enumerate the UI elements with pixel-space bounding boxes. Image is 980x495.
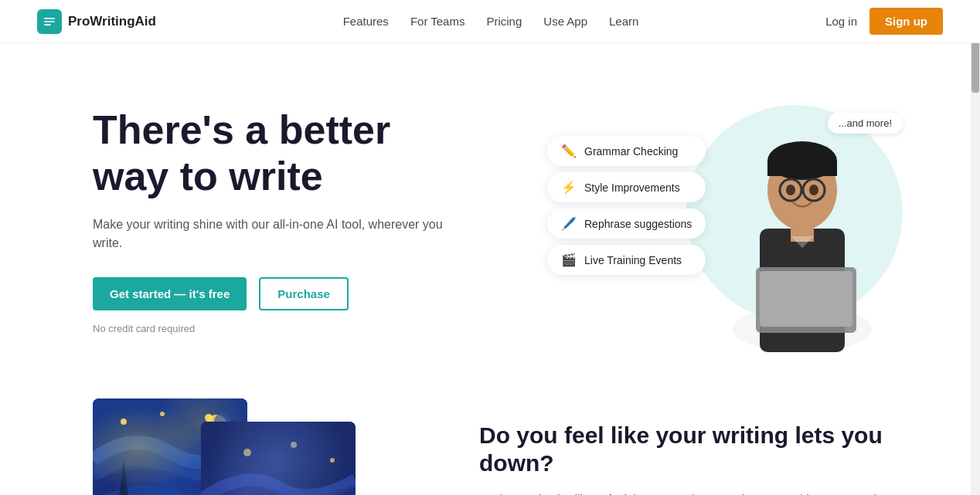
feature-card-rephrase: 🖊️ Rephrase suggestions	[547, 209, 706, 239]
svg-point-22	[243, 449, 251, 456]
artwork-stack: My idea in my head	[93, 398, 356, 495]
nav-pricing[interactable]: Pricing	[486, 15, 522, 28]
page-scrollbar[interactable]	[971, 0, 980, 495]
login-link[interactable]: Log in	[825, 15, 857, 28]
svg-point-24	[330, 458, 335, 463]
hero-section: There's a better way to write Make your …	[0, 43, 980, 383]
logo-icon	[37, 9, 62, 34]
training-icon: 🎬	[561, 253, 577, 267]
svg-point-16	[160, 412, 165, 416]
rephrase-icon: 🖊️	[561, 216, 577, 231]
feature-cards: ✏️ Grammar Checking ⚡ Style Improvements…	[547, 136, 706, 275]
navbar: ProWritingAid Features For Teams Pricing…	[0, 0, 980, 43]
nav-features[interactable]: Features	[343, 15, 389, 28]
artwork-card2: My idea in my head	[201, 422, 356, 495]
feature-card-style-label: Style Improvements	[584, 181, 680, 194]
section2-body: We know what it's like to feel the FEAR …	[479, 490, 918, 495]
section2-right: Do you feel like your writing lets you d…	[417, 398, 918, 495]
feature-card-grammar-label: Grammar Checking	[584, 145, 678, 158]
logo-svg	[42, 14, 57, 29]
nav-links: Features For Teams Pricing Use App Learn	[343, 15, 639, 28]
section2-left: My idea in my head	[93, 398, 417, 495]
signup-button[interactable]: Sign up	[869, 8, 943, 35]
hero-buttons: Get started — it's free Purchase	[93, 277, 464, 310]
style-icon: ⚡	[561, 180, 577, 195]
svg-point-17	[205, 414, 213, 422]
feature-card-grammar: ✏️ Grammar Checking	[547, 136, 706, 166]
feature-card-training-label: Live Training Events	[584, 254, 682, 266]
svg-rect-21	[201, 422, 356, 495]
svg-rect-6	[767, 161, 837, 176]
feature-card-training: 🎬 Live Training Events	[547, 245, 706, 275]
hero-left: There's a better way to write Make your …	[93, 107, 464, 334]
logo-link[interactable]: ProWritingAid	[37, 9, 156, 34]
purchase-button[interactable]: Purchase	[259, 277, 349, 310]
feature-card-style: ⚡ Style Improvements	[547, 172, 706, 202]
svg-point-23	[291, 442, 297, 448]
nav-use-app[interactable]: Use App	[543, 15, 587, 28]
no-credit-text: No credit card required	[93, 323, 464, 334]
hero-subtitle: Make your writing shine with our all-in-…	[93, 215, 464, 253]
section2: My idea in my head Do you feel like your…	[0, 383, 980, 495]
svg-rect-3	[760, 271, 852, 327]
svg-point-15	[121, 419, 127, 425]
hero-right: ...and more! + ✏️ Grammar Checking ⚡ Sty…	[547, 90, 918, 352]
svg-point-13	[809, 185, 818, 195]
idea-svg	[201, 422, 356, 495]
hero-title: There's a better way to write	[93, 107, 464, 200]
svg-point-12	[786, 185, 795, 195]
hero-illustration: ...and more! + ✏️ Grammar Checking ⚡ Sty…	[547, 90, 918, 352]
nav-actions: Log in Sign up	[825, 8, 943, 35]
section2-title: Do you feel like your writing lets you d…	[479, 422, 918, 477]
feature-card-rephrase-label: Rephrase suggestions	[584, 218, 692, 230]
person-illustration	[717, 113, 887, 352]
nav-for-teams[interactable]: For Teams	[410, 15, 465, 28]
logo-text: ProWritingAid	[68, 14, 156, 29]
grammar-icon: ✏️	[561, 144, 577, 158]
get-started-button[interactable]: Get started — it's free	[93, 277, 247, 310]
nav-learn[interactable]: Learn	[609, 15, 638, 28]
